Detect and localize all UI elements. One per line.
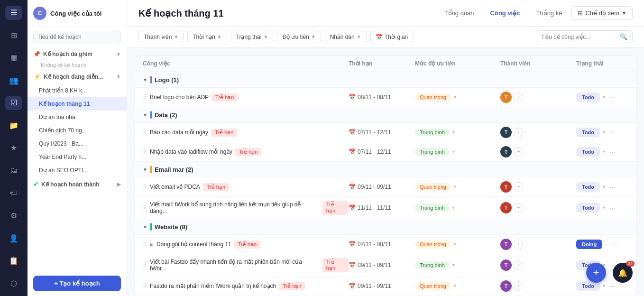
priority-dropdown-icon[interactable]: ▼ xyxy=(453,95,457,100)
filter-member[interactable]: Thành viên ▼ xyxy=(138,31,184,43)
search-input[interactable] xyxy=(33,31,121,43)
drag-icon[interactable]: ⠿ xyxy=(143,148,147,155)
people-icon[interactable]: 👥 xyxy=(5,74,22,88)
more-options-icon[interactable]: ··· xyxy=(610,183,616,191)
more-options-icon[interactable]: ··· xyxy=(610,282,616,290)
group-data[interactable]: ▼ Data (2) xyxy=(135,107,636,123)
sidebar-item-quy[interactable]: Quý I/2023 - Ba... xyxy=(28,137,127,150)
date-icon: 📅 xyxy=(349,283,356,289)
active-section-header[interactable]: ⚡ Kế hoạch đang diễn... ▼ xyxy=(28,69,127,84)
filter-deadline[interactable]: Thời hạn ▼ xyxy=(187,31,227,43)
group-website[interactable]: ▼ Website (8) xyxy=(135,219,636,235)
status-badge[interactable]: Doing xyxy=(576,240,602,249)
create-plan-button[interactable]: + Tạo kế hoạch xyxy=(33,276,121,291)
notification-button[interactable]: 🔔 22 xyxy=(613,263,633,283)
add-member-button[interactable]: + xyxy=(514,182,523,192)
table-row: ⠿ Nhập data vào ladiflow mỗi ngày Trễ hạ… xyxy=(135,142,636,162)
add-member-button[interactable]: + xyxy=(514,92,523,102)
expand-icon[interactable]: ▶ xyxy=(150,242,154,247)
drag-icon[interactable]: ⠿ xyxy=(143,94,147,101)
more-options-icon[interactable]: ··· xyxy=(612,240,618,248)
add-member-button[interactable]: + xyxy=(514,128,523,137)
filter-priority[interactable]: Độ ưu tiên ▼ xyxy=(277,31,321,43)
sidebar-item-du-an-toa-nha[interactable]: Dự án toà nhà xyxy=(28,111,127,124)
more-options-icon[interactable]: ··· xyxy=(610,204,616,212)
more-options-icon[interactable]: ··· xyxy=(610,148,616,156)
drag-icon[interactable]: ⠿ xyxy=(143,129,147,136)
status-dropdown-icon[interactable]: ▼ xyxy=(602,205,606,210)
drag-icon[interactable]: ⠿ xyxy=(143,204,147,211)
briefcase-icon[interactable]: 🗂 xyxy=(5,164,22,178)
priority-dropdown-icon[interactable]: ▼ xyxy=(451,263,456,268)
create-task-fab[interactable]: + xyxy=(586,263,606,283)
sidebar-item-ke-hoach-t11[interactable]: Kế hoạch tháng 11 xyxy=(28,97,127,111)
tab-tong-quan[interactable]: Tổng quan xyxy=(438,7,481,19)
done-section-header[interactable]: ✔ Kế hoạch hoàn thành ▶ xyxy=(28,177,127,192)
settings-icon[interactable]: ⚙ xyxy=(5,209,22,223)
status-badge[interactable]: Todo xyxy=(576,128,600,137)
priority-dropdown-icon[interactable]: ▼ xyxy=(451,205,456,210)
status-dropdown-icon[interactable]: ▼ xyxy=(602,95,606,100)
avatar: T xyxy=(500,259,512,271)
more-options-icon[interactable]: ··· xyxy=(610,93,616,101)
status-badge[interactable]: Todo xyxy=(576,203,600,213)
more-options-icon[interactable]: ··· xyxy=(610,129,616,136)
priority-dropdown-icon[interactable]: ▼ xyxy=(453,185,457,189)
drag-icon[interactable]: ⠿ xyxy=(143,184,147,190)
group-name-email: Email mar (2) xyxy=(155,166,193,173)
tab-thong-ke[interactable]: Thống kê xyxy=(529,7,569,19)
status-dropdown-icon[interactable]: ▼ xyxy=(604,242,608,247)
priority-cell: Trung bình ▼ xyxy=(415,148,500,156)
status-dropdown-icon[interactable]: ▼ xyxy=(602,185,606,189)
pinned-section: 📌 Kế hoạch đã ghim ▼ Không có kế hoạch xyxy=(28,47,127,69)
user-icon[interactable]: 👤 xyxy=(5,231,22,245)
priority-dropdown-icon[interactable]: ▼ xyxy=(451,149,456,154)
sidebar-item-chien-dich[interactable]: Chiến dịch 70 ng... xyxy=(28,124,127,137)
dashboard-icon[interactable]: ⊞ xyxy=(5,28,22,43)
status-dropdown-icon[interactable]: ▼ xyxy=(602,149,606,154)
add-member-button[interactable]: + xyxy=(514,203,523,213)
sidebar-item-phat-trien[interactable]: Phát triển 8 KH k... xyxy=(28,84,127,97)
add-member-button[interactable]: + xyxy=(514,260,523,270)
pinned-section-header[interactable]: 📌 Kế hoạch đã ghim ▼ xyxy=(28,47,127,61)
add-member-button[interactable]: + xyxy=(514,147,523,157)
chart-icon[interactable]: ▦ xyxy=(5,51,22,65)
priority-dropdown-icon[interactable]: ▼ xyxy=(453,284,457,288)
group-email-mar[interactable]: ▼ Email mar (2) xyxy=(135,162,636,177)
drag-icon[interactable]: ⠿ xyxy=(143,283,147,289)
status-badge[interactable]: Todo xyxy=(576,182,600,192)
add-member-button[interactable]: + xyxy=(514,240,523,249)
menu-icon[interactable]: ☰ xyxy=(5,6,22,20)
filter-label[interactable]: Nhãn dán ▼ xyxy=(325,31,367,43)
drag-icon[interactable]: ⠿ xyxy=(143,262,147,268)
priority-cell: Quan trọng ▼ xyxy=(415,183,500,191)
tab-cong-viec[interactable]: Công việc xyxy=(484,7,527,19)
view-mode-button[interactable]: ⊞ Chế độ xem ▼ xyxy=(571,6,633,20)
sidebar-item-seo[interactable]: Dự án SEO OPTI... xyxy=(28,164,127,177)
status-cell: Todo ▼ ··· xyxy=(576,203,628,213)
tasks-icon[interactable]: ☑ xyxy=(5,96,22,110)
status-badge[interactable]: Todo xyxy=(576,92,600,102)
projects-icon[interactable]: 📁 xyxy=(5,119,22,133)
group-logo[interactable]: ▼ Logo (1) xyxy=(135,72,636,88)
date-value: 11/11 - 11/11 xyxy=(358,204,391,211)
drag-icon[interactable]: ⠿ xyxy=(143,241,147,248)
date-icon: 📅 xyxy=(349,129,356,136)
priority-dropdown-icon[interactable]: ▼ xyxy=(451,130,456,135)
date-icon: 📅 xyxy=(349,204,356,211)
status-badge[interactable]: Todo xyxy=(576,147,600,157)
filter-time[interactable]: 📅 Thời gian xyxy=(370,31,414,43)
filter-status[interactable]: Trạng thái ▼ xyxy=(231,31,274,43)
date-icon: 📅 xyxy=(349,148,356,155)
sidebar-item-year-end[interactable]: Year End Party n... xyxy=(28,150,127,164)
status-badge[interactable]: Todo xyxy=(576,281,600,291)
priority-dropdown-icon[interactable]: ▼ xyxy=(453,242,457,247)
status-dropdown-icon[interactable]: ▼ xyxy=(602,284,606,288)
star-icon[interactable]: ★ xyxy=(5,141,22,155)
plugin-icon[interactable]: ⬡ xyxy=(5,276,22,290)
checklist-icon[interactable]: 📋 xyxy=(5,254,22,268)
tag-icon[interactable]: 🏷 xyxy=(5,186,22,200)
add-member-button[interactable]: + xyxy=(514,281,523,291)
task-search-input[interactable] xyxy=(541,34,617,40)
status-dropdown-icon[interactable]: ▼ xyxy=(602,130,606,135)
